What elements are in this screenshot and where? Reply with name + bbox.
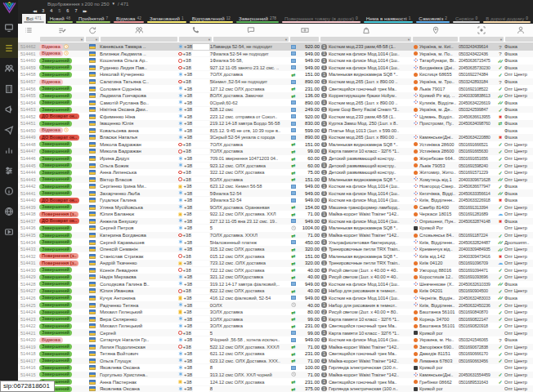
tracking-number[interactable]: 0501691093696 [459, 274, 496, 279]
column-header-manager[interactable] [504, 23, 533, 38]
table-row[interactable]: 514426ЗавершенийКучук Антонина+38416.12 … [18, 295, 533, 302]
status-badge[interactable]: Завершений [39, 58, 85, 64]
column-header-name[interactable] [100, 23, 178, 38]
table-row[interactable]: 514427ЗавершенийЮлия Иванова+38822.12 см… [18, 287, 533, 295]
page-number-7[interactable]: 7 [74, 8, 77, 13]
filter-price[interactable] [289, 37, 320, 42]
status-badge[interactable]: Завершений [39, 156, 85, 162]
tab-Всі[interactable]: Всі471 [22, 14, 46, 24]
table-row[interactable]: 514446ЗавершенийИрина Дидух+38709.01 зве… [18, 155, 533, 163]
phone-number[interactable]: +383 [178, 170, 213, 176]
phone-number[interactable]: +383 [178, 310, 213, 315]
status-badge[interactable]: Завершений [39, 86, 85, 91]
table-row[interactable]: 514456ЗавершенийСоломея Сідоніна+38127.1… [18, 85, 533, 92]
tracking-number[interactable]: 20450632610339 [459, 282, 496, 287]
phone-number[interactable]: +381 [178, 58, 213, 64]
table-row[interactable]: 514448ЗавершенийМикола Бадражан+387ОЛХ д… [18, 141, 533, 149]
column-header-region[interactable] [412, 23, 459, 38]
status-badge[interactable]: Завершений [39, 170, 85, 176]
table-row[interactable]: 514424ЗавершенийМихаил Гилецький+383ОЛХ … [18, 309, 533, 316]
status-badge[interactable]: Завершений [39, 184, 85, 189]
sidebar-item-building[interactable] [0, 78, 18, 99]
tracking-number[interactable]: 20450634226619 [459, 100, 496, 105]
table-row[interactable]: 514425ЗавершенийРадченко Тетяна+380ОЛХ40… [18, 301, 533, 309]
table-row[interactable]: 514423ЗавершенийВера Скляренко+381ОЛХ до… [18, 315, 533, 323]
tracking-number[interactable]: 20450633226918 [459, 198, 496, 203]
table-row[interactable]: 514418ЗавершенийТетяна Войтович+38621.12… [18, 350, 533, 358]
column-header-phone[interactable] [178, 23, 213, 38]
tracking-number[interactable]: 0503242599847 [459, 107, 496, 112]
status-badge[interactable]: Завершений [39, 344, 85, 350]
tracking-number[interactable]: 20450635730230 [459, 65, 496, 70]
phone-number[interactable]: +381 [178, 86, 213, 91]
phone-number[interactable]: +387 [178, 156, 213, 162]
status-badge[interactable]: Завершений [39, 72, 85, 78]
tracking-number[interactable]: 0501690820918 [459, 323, 496, 328]
tab-Запакований[interactable]: Запакований1 [146, 14, 188, 24]
table-row[interactable]: 514460ЗавершенийКошелева Ольга Ар..+381Ф… [18, 57, 533, 65]
table-row[interactable]: 514450ВідмоваКовальсева анна+38815.12. 9… [18, 127, 533, 135]
status-badge[interactable]: Повернення (з.. [39, 212, 85, 217]
tab-Повернення товару (в дорозі)[interactable]: Повернення товару (в дорозі)0 [280, 14, 362, 24]
phone-number[interactable]: +380 [178, 100, 213, 105]
table-row[interactable]: 514442ЗавершенийСергіенко Ірина Ми..+386… [18, 183, 533, 190]
phone-number[interactable]: +388 [178, 288, 213, 294]
table-row[interactable]: 514433ЗавершенийОлексій Семанін+38315.12… [18, 246, 533, 253]
phone-number[interactable]: +381 [178, 44, 213, 50]
phone-number[interactable]: +386 [178, 184, 213, 189]
filter-status[interactable]: ▼ [39, 37, 85, 42]
table-row[interactable]: 514429ЗавершенийНадія Мерзаєва+38321.12 … [18, 274, 533, 281]
phone-number[interactable]: +382 [178, 218, 213, 224]
status-badge[interactable]: Завершений [39, 372, 85, 377]
phone-number[interactable]: +385 [178, 176, 213, 182]
tracking-number[interactable]: 0501691313394 [459, 205, 496, 210]
column-header-tracking[interactable] [459, 23, 504, 38]
column-header-comment[interactable] [213, 23, 289, 38]
status-badge[interactable]: Завершений [39, 100, 85, 105]
tracking-number[interactable]: 0501691571229 [459, 170, 496, 175]
table-row[interactable]: 514445ЗавершенийОльга Божик+38923.12 смс… [18, 162, 533, 169]
phone-number[interactable]: +387 [178, 141, 213, 147]
phone-number[interactable]: +387 [178, 233, 213, 238]
table-row[interactable]: 514432Повернення (з..Станіслав Стрижак+3… [18, 252, 533, 260]
table-row[interactable]: 514447ЗавершенийМикола Бадражан+387ОЛХ д… [18, 148, 533, 155]
phone-number[interactable]: +383 [178, 135, 213, 140]
filter-manager[interactable] [504, 37, 533, 42]
filter-region[interactable] [412, 37, 459, 42]
status-badge[interactable]: Завершений [39, 281, 85, 287]
range-dropdown-icon[interactable]: ▼ [112, 2, 115, 6]
sidebar-item-sliders[interactable] [0, 160, 18, 180]
phone-number[interactable]: +389 [178, 212, 213, 217]
sidebar-item-globe[interactable] [0, 201, 18, 221]
table-row[interactable]: 514462ВідмоваКаневська Тамара ..+381Лава… [18, 43, 533, 51]
last-page-button[interactable]: ▶▶ [83, 9, 86, 13]
phone-number[interactable]: +387 [178, 51, 213, 56]
status-badge[interactable]: Відмова [39, 337, 85, 343]
tracking-number[interactable]: 0501691096709 [459, 261, 496, 265]
table-row[interactable]: 514419ЗавершенийЛилия Подолинская+38522.… [18, 344, 533, 351]
phone-number[interactable]: +388 [178, 93, 213, 99]
tracking-number[interactable]: 0501690840870 [459, 310, 496, 314]
tab-В дорозі додому[interactable]: В дорозі додому0 [481, 14, 532, 24]
page-number-6[interactable]: 6 [66, 8, 69, 13]
table-row[interactable]: 514434ЗавершенийСергей Карамышев+385Нало… [18, 238, 533, 246]
phone-number[interactable]: +382 [178, 114, 213, 119]
filter-phone[interactable]: ▼ [178, 37, 213, 42]
table-row[interactable]: 514461ВідмоваБлизнюк Людмила ..+387Фиалк… [18, 51, 533, 58]
phone-number[interactable]: +380 [178, 302, 213, 308]
phone-number[interactable]: +380 [178, 253, 213, 259]
sidebar-item-info[interactable] [0, 180, 18, 201]
status-badge[interactable]: Завершений [39, 239, 85, 245]
filter-tracking[interactable]: ▼ [459, 37, 504, 42]
tab-Сервіси[interactable]: Сервіси0 [451, 14, 481, 24]
status-badge[interactable]: Завершений [39, 225, 85, 231]
table-row[interactable]: 514449ДО Возврат ок..Власюк Наталья+383С… [18, 134, 533, 141]
first-page-button[interactable]: ◀◀ [33, 9, 36, 13]
sidebar-item-send[interactable] [0, 119, 18, 140]
status-badge[interactable]: Завершений [39, 316, 85, 322]
status-badge[interactable]: Завершений [39, 295, 85, 301]
status-badge[interactable]: Завершений [39, 302, 85, 308]
phone-number[interactable]: +389 [178, 337, 213, 343]
status-badge[interactable]: Завершений [39, 190, 85, 196]
table-row[interactable]: 514444ЗавершенийАнна Липенська+38322.12 … [18, 169, 533, 176]
